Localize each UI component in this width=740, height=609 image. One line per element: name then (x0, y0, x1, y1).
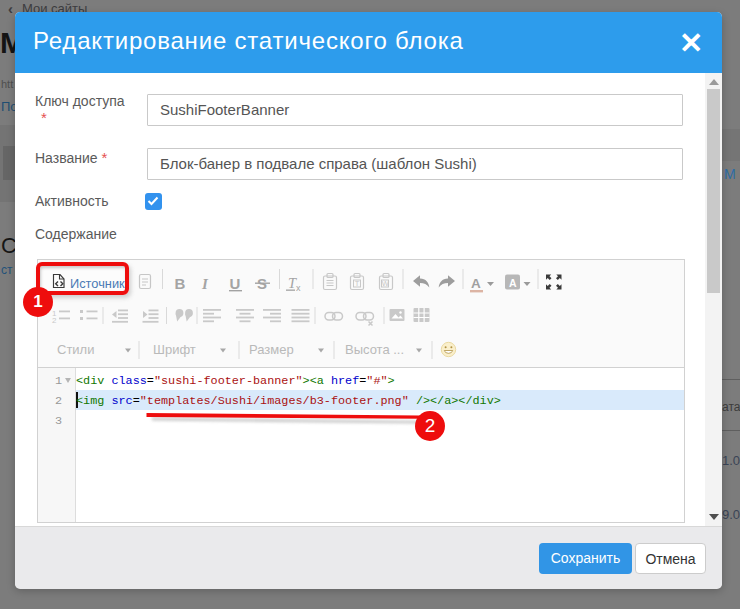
svg-text:2: 2 (52, 316, 57, 325)
svg-text:Стили: Стили (57, 342, 94, 357)
svg-text:Шрифт: Шрифт (153, 342, 196, 357)
svg-text:W: W (382, 279, 390, 288)
svg-text:A: A (509, 277, 517, 289)
svg-text:B: B (175, 275, 186, 292)
svg-text:U: U (230, 275, 241, 292)
svg-text:Размер: Размер (249, 342, 294, 357)
svg-text:I: I (201, 276, 209, 292)
svg-text:A: A (471, 276, 481, 291)
svg-text:T: T (355, 279, 360, 288)
svg-text:Высота ...: Высота ... (345, 342, 404, 357)
svg-text:x: x (296, 283, 301, 293)
